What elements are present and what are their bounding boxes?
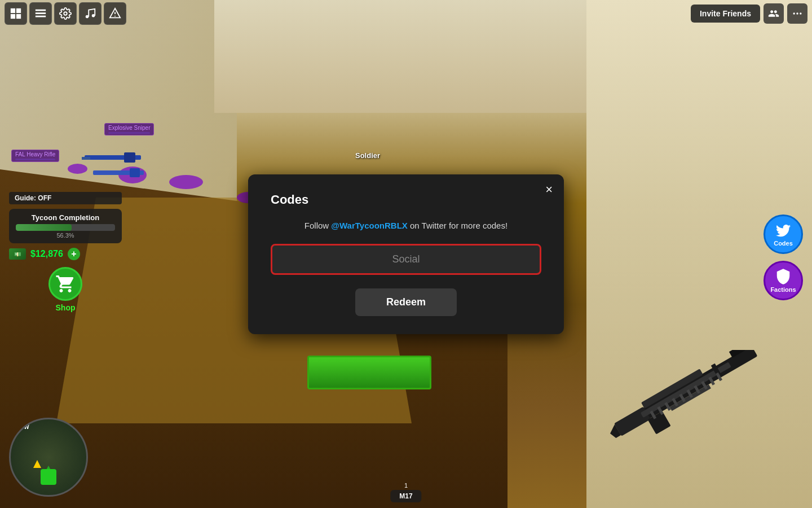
modal-title: Codes — [271, 192, 308, 207]
redeem-button[interactable]: Redeem — [355, 288, 457, 316]
codes-modal: Codes × Follow @WarTycoonRBLX on Twitter… — [248, 174, 564, 334]
code-input[interactable] — [271, 244, 541, 275]
modal-close-button[interactable]: × — [545, 183, 553, 196]
modal-overlay: Codes × Follow @WarTycoonRBLX on Twitter… — [0, 0, 812, 508]
modal-subtitle: Follow @WarTycoonRBLX on Twitter for mor… — [304, 221, 508, 230]
